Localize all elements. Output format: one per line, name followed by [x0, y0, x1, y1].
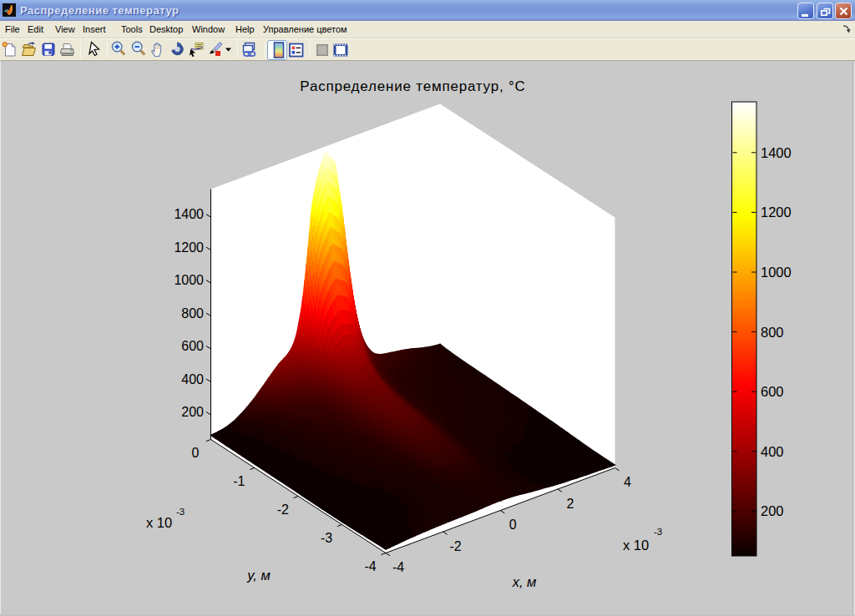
svg-text:200: 200	[761, 503, 784, 518]
svg-text:1200: 1200	[761, 204, 792, 220]
svg-text:0: 0	[509, 518, 517, 532]
svg-text:400: 400	[181, 372, 204, 386]
svg-text:-2: -2	[449, 539, 461, 553]
svg-text:-1: -1	[233, 474, 245, 488]
svg-text:0: 0	[192, 446, 200, 460]
svg-text:x, м: x, м	[512, 574, 537, 589]
svg-text:-3: -3	[321, 531, 332, 545]
svg-text:-3: -3	[654, 527, 662, 537]
svg-text:4: 4	[624, 475, 631, 489]
svg-text:1400: 1400	[761, 145, 792, 160]
svg-text:800: 800	[181, 306, 204, 321]
svg-text:1000: 1000	[761, 265, 792, 280]
svg-text:Распределение температур, °C: Распределение температур, °C	[300, 78, 525, 94]
svg-text:-3: -3	[176, 507, 185, 517]
svg-text:x 10: x 10	[146, 515, 172, 530]
svg-text:-4: -4	[392, 560, 404, 574]
svg-text:1000: 1000	[174, 273, 204, 287]
svg-text:400: 400	[761, 444, 784, 459]
svg-text:800: 800	[761, 325, 784, 340]
svg-text:600: 600	[181, 339, 204, 353]
svg-text:-4: -4	[364, 559, 376, 573]
svg-text:2: 2	[566, 497, 574, 511]
svg-text:200: 200	[181, 405, 204, 419]
svg-text:1400: 1400	[174, 207, 204, 221]
svg-text:-2: -2	[277, 502, 289, 517]
svg-text:1200: 1200	[174, 240, 204, 255]
svg-text:x 10: x 10	[623, 538, 649, 553]
svg-text:y, м: y, м	[246, 568, 271, 583]
svg-text:600: 600	[761, 384, 784, 399]
